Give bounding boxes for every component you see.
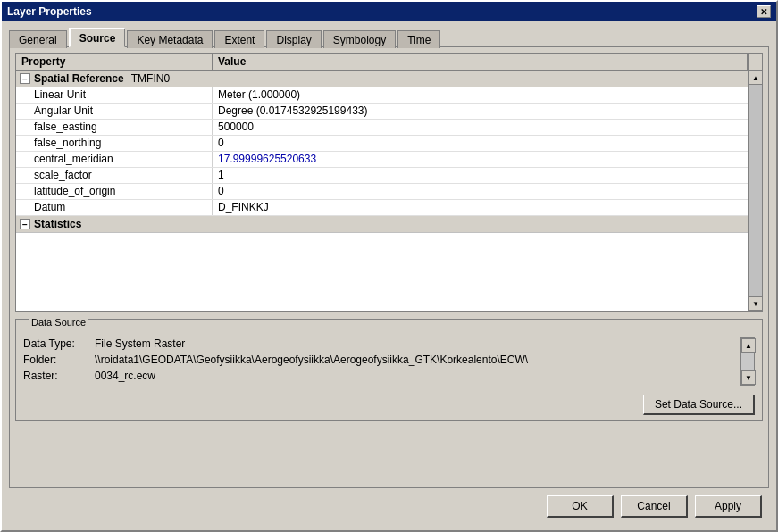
row-scale-factor-prop: scale_factor — [16, 168, 213, 183]
ds-folder-row: Folder: \\roidata1\GEODATA\Geofysiikka\A… — [23, 353, 735, 366]
table-scrollbar[interactable]: ▲ ▼ — [748, 71, 762, 311]
row-false-northing-prop: false_northing — [16, 136, 213, 151]
row-central-meridian-val: 17.99999625520633 — [213, 152, 748, 167]
row-central-meridian-prop: central_meridian — [16, 152, 213, 167]
scroll-up-button[interactable]: ▲ — [749, 71, 762, 85]
data-source-legend: Data Source — [29, 317, 88, 328]
set-datasource-button[interactable]: Set Data Source... — [643, 395, 755, 415]
ds-scroll-track[interactable] — [741, 353, 754, 370]
table-row: scale_factor 1 — [16, 168, 748, 184]
bottom-bar: OK Cancel Apply — [9, 488, 769, 523]
tab-extent[interactable]: Extent — [214, 30, 264, 48]
ok-button[interactable]: OK — [547, 495, 614, 518]
ds-data-type-row: Data Type: File System Raster — [23, 337, 735, 350]
apply-button[interactable]: Apply — [695, 495, 762, 518]
spatial-reference-toggle[interactable]: − — [20, 73, 30, 84]
data-source-content: Data Type: File System Raster Folder: \\… — [16, 336, 762, 391]
tab-general[interactable]: General — [9, 30, 67, 48]
ds-raster-label: Raster: — [23, 370, 95, 382]
ds-scroll-up[interactable]: ▲ — [741, 338, 756, 353]
row-false-easting-val: 500000 — [213, 120, 748, 135]
set-datasource-row: Set Data Source... — [16, 395, 762, 420]
tab-time[interactable]: Time — [397, 30, 440, 48]
column-value: Value — [213, 54, 748, 70]
data-source-group: Data Source Data Type: File System Raste… — [15, 319, 763, 421]
ds-folder-label: Folder: — [23, 353, 95, 366]
statistics-label: Statistics — [34, 218, 81, 230]
statistics-toggle[interactable]: − — [20, 219, 30, 229]
group-legend-row: Data Source — [16, 320, 762, 336]
property-table-wrapper: Property Value − Spatial Reference TMFIN… — [15, 53, 763, 312]
row-linear-unit-prop: Linear Unit — [16, 87, 213, 103]
section-spatial-reference: − Spatial Reference TMFIN0 — [16, 71, 748, 87]
tab-symbology[interactable]: Symbology — [323, 30, 396, 48]
table-body[interactable]: − Spatial Reference TMFIN0 Linear Unit M… — [16, 71, 748, 311]
row-angular-unit-val: Degree (0.0174532925199433) — [213, 104, 748, 119]
spatial-reference-value: TMFIN0 — [131, 72, 170, 85]
table-row: false_northing 0 — [16, 136, 748, 152]
ds-data-type-label: Data Type: — [23, 337, 95, 350]
table-row: Datum D_FINKKJ — [16, 200, 748, 216]
table-row: central_meridian 17.99999625520633 — [16, 152, 748, 168]
section-statistics: − Statistics — [16, 216, 748, 233]
row-scale-factor-val: 1 — [213, 168, 748, 183]
content-area: General Source Key Metadata Extent Displ… — [2, 21, 776, 530]
row-false-northing-val: 0 — [213, 136, 748, 151]
row-linear-unit-val: Meter (1.000000) — [213, 87, 748, 103]
row-datum-val: D_FINKKJ — [213, 200, 748, 215]
tab-source[interactable]: Source — [69, 28, 126, 47]
title-bar: Layer Properties ✕ — [2, 2, 776, 21]
row-angular-unit-prop: Angular Unit — [16, 104, 213, 119]
ds-raster-value: 0034_rc.ecw — [95, 370, 735, 382]
ds-scroll-down[interactable]: ▼ — [741, 370, 756, 385]
window-title: Layer Properties — [7, 5, 92, 18]
main-panel: Property Value − Spatial Reference TMFIN… — [9, 46, 769, 488]
row-latitude-origin-prop: latitude_of_origin — [16, 184, 213, 199]
ds-raster-row: Raster: 0034_rc.ecw — [23, 370, 735, 382]
tab-bar: General Source Key Metadata Extent Displ… — [9, 27, 769, 46]
scroll-track[interactable] — [749, 85, 762, 296]
cancel-button[interactable]: Cancel — [621, 495, 688, 518]
table-row: false_easting 500000 — [16, 120, 748, 136]
table-header: Property Value — [16, 54, 762, 71]
close-button[interactable]: ✕ — [757, 5, 771, 18]
table-row: Angular Unit Degree (0.0174532925199433) — [16, 104, 748, 120]
table-body-area: − Spatial Reference TMFIN0 Linear Unit M… — [16, 71, 762, 311]
tab-display[interactable]: Display — [266, 30, 321, 48]
ds-folder-value: \\roidata1\GEODATA\Geofysiikka\Aerogeofy… — [95, 353, 735, 366]
row-false-easting-prop: false_easting — [16, 120, 213, 135]
table-row: latitude_of_origin 0 — [16, 184, 748, 200]
ds-data-type-value: File System Raster — [95, 337, 735, 350]
tab-key-metadata[interactable]: Key Metadata — [127, 30, 213, 48]
column-property: Property — [16, 54, 213, 70]
row-latitude-origin-val: 0 — [213, 184, 748, 199]
table-row: Linear Unit Meter (1.000000) — [16, 87, 748, 104]
ds-scrollbar[interactable]: ▲ ▼ — [740, 337, 755, 386]
scroll-down-button[interactable]: ▼ — [749, 296, 762, 311]
spatial-reference-label: Spatial Reference — [34, 72, 124, 85]
data-source-fields: Data Type: File System Raster Folder: \\… — [23, 337, 735, 386]
layer-properties-window: Layer Properties ✕ General Source Key Me… — [0, 0, 778, 532]
row-datum-prop: Datum — [16, 200, 213, 215]
